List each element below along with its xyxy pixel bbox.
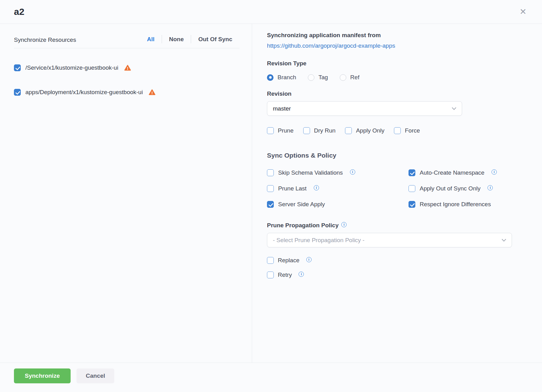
cancel-button[interactable]: Cancel — [76, 368, 114, 383]
force-label: Force — [405, 127, 420, 134]
option-respect-ignore-differences[interactable]: Respect Ignore Differences — [409, 201, 512, 208]
auto-create-namespace-label: Auto-Create Namespace — [420, 169, 484, 176]
respect-ignore-differences-label: Respect Ignore Differences — [420, 201, 491, 208]
revision-label: Revision — [267, 90, 512, 97]
option-apply-out-of-sync-only[interactable]: Apply Out of Sync Only i — [409, 185, 512, 192]
apply-out-of-sync-only-checkbox[interactable] — [409, 185, 415, 192]
resource-label: /Service/x1/kustomize-guestbook-ui — [25, 64, 118, 71]
synchronize-button[interactable]: Synchronize — [14, 368, 71, 383]
radio-option-branch[interactable]: Branch — [267, 74, 296, 81]
option-auto-create-namespace[interactable]: Auto-Create Namespace i — [409, 169, 512, 176]
info-icon[interactable]: i — [341, 222, 347, 227]
info-icon[interactable]: i — [487, 185, 493, 190]
info-icon[interactable]: i — [350, 169, 355, 175]
prune-checkbox[interactable] — [267, 127, 274, 134]
sync-dialog: a2 ✕ Synchronize Resources All None Out … — [0, 0, 542, 392]
option-server-side-apply[interactable]: Server Side Apply — [267, 201, 409, 208]
option-replace[interactable]: Replace i — [267, 257, 512, 264]
prune-propagation-policy-row: Prune Propagation Policy i — [267, 222, 512, 229]
auto-create-namespace-checkbox[interactable] — [409, 169, 415, 176]
tag-radio[interactable] — [308, 74, 314, 81]
option-retry[interactable]: Retry i — [267, 272, 512, 278]
info-icon[interactable]: i — [306, 257, 312, 262]
manifest-repo-link[interactable]: https://github.com/argoproj/argocd-examp… — [267, 42, 512, 49]
resource-label: apps/Deployment/x1/kustomize-guestbook-u… — [25, 89, 143, 96]
apply-out-of-sync-only-label: Apply Out of Sync Only — [420, 185, 480, 192]
resource-checkbox[interactable] — [14, 89, 21, 96]
revision-select[interactable]: master — [267, 101, 462, 116]
server-side-apply-checkbox[interactable] — [267, 201, 274, 208]
chevron-down-icon — [452, 105, 456, 110]
prune-last-checkbox[interactable] — [267, 185, 274, 192]
close-icon[interactable]: ✕ — [519, 8, 527, 16]
ref-radio-label: Ref — [350, 74, 360, 81]
replace-label: Replace — [278, 257, 299, 264]
branch-radio[interactable] — [267, 74, 273, 81]
prune-label: Prune — [278, 127, 294, 134]
flag-apply-only[interactable]: Apply Only — [345, 127, 384, 134]
tab-out-of-sync[interactable]: Out Of Sync — [191, 36, 239, 43]
option-skip-schema-validations[interactable]: Skip Schema Validations i — [267, 169, 409, 176]
branch-radio-label: Branch — [278, 74, 296, 81]
sync-options-grid: Skip Schema Validations i Auto-Create Na… — [267, 169, 512, 208]
respect-ignore-differences-checkbox[interactable] — [409, 201, 415, 208]
retry-checkbox[interactable] — [267, 272, 274, 278]
resource-filter-tabs: All None Out Of Sync — [140, 35, 239, 43]
revision-select-value: master — [273, 105, 291, 112]
flag-prune[interactable]: Prune — [267, 127, 294, 134]
warning-icon — [149, 89, 155, 96]
chevron-down-icon — [502, 237, 506, 241]
apply-only-checkbox[interactable] — [345, 127, 352, 134]
prune-last-label: Prune Last — [278, 185, 307, 192]
revision-type-label: Revision Type — [267, 60, 512, 67]
prune-propagation-policy-select[interactable]: - Select Prune Propagation Policy - — [267, 233, 512, 247]
force-checkbox[interactable] — [394, 127, 401, 134]
resource-checkbox[interactable] — [14, 64, 21, 71]
radio-option-ref[interactable]: Ref — [340, 74, 360, 81]
dialog-footer: Synchronize Cancel — [0, 363, 542, 392]
sync-flags-row: Prune Dry Run Apply Only Force — [267, 127, 512, 134]
manifest-heading: Synchronizing application manifest from — [267, 32, 512, 39]
dialog-header: a2 ✕ — [0, 0, 542, 24]
dry-run-label: Dry Run — [314, 127, 336, 134]
flag-force[interactable]: Force — [394, 127, 420, 134]
skip-schema-validations-label: Skip Schema Validations — [278, 169, 343, 176]
retry-label: Retry — [278, 272, 292, 278]
resources-header: Synchronize Resources All None Out Of Sy… — [14, 35, 239, 48]
flag-dry-run[interactable]: Dry Run — [303, 127, 336, 134]
resources-panel: Synchronize Resources All None Out Of Sy… — [0, 24, 252, 363]
radio-option-tag[interactable]: Tag — [308, 74, 328, 81]
info-icon[interactable]: i — [299, 272, 304, 277]
skip-schema-validations-checkbox[interactable] — [267, 169, 274, 176]
tag-radio-label: Tag — [318, 74, 328, 81]
revision-type-options: Branch Tag Ref — [267, 74, 512, 81]
resource-row: apps/Deployment/x1/kustomize-guestbook-u… — [14, 89, 239, 96]
apply-only-label: Apply Only — [356, 127, 384, 134]
option-prune-last[interactable]: Prune Last i — [267, 185, 409, 192]
dry-run-checkbox[interactable] — [303, 127, 310, 134]
sync-options-heading: Sync Options & Policy — [267, 152, 512, 159]
sync-settings-panel: Synchronizing application manifest from … — [252, 24, 542, 363]
prune-propagation-policy-placeholder: - Select Prune Propagation Policy - — [273, 237, 365, 244]
tab-all[interactable]: All — [140, 36, 161, 43]
info-icon[interactable]: i — [314, 185, 319, 190]
warning-icon — [124, 64, 131, 71]
replace-checkbox[interactable] — [267, 257, 274, 264]
dialog-title: a2 — [14, 7, 24, 17]
info-icon[interactable]: i — [492, 169, 497, 175]
server-side-apply-label: Server Side Apply — [278, 201, 325, 208]
prune-propagation-policy-label: Prune Propagation Policy — [267, 222, 339, 229]
ref-radio[interactable] — [340, 74, 346, 81]
tab-none[interactable]: None — [162, 36, 191, 43]
resources-heading: Synchronize Resources — [14, 37, 76, 43]
dialog-body: Synchronize Resources All None Out Of Sy… — [0, 24, 542, 363]
resource-row: /Service/x1/kustomize-guestbook-ui — [14, 64, 239, 71]
